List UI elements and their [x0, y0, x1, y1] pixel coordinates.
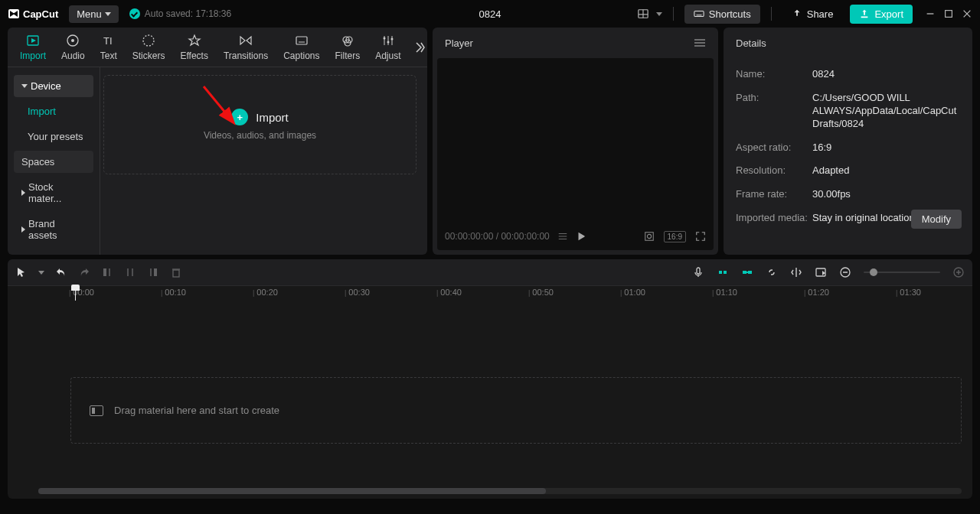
tab-adjust[interactable]: Adjust [368, 28, 408, 67]
preview-cut-icon[interactable] [790, 266, 802, 278]
detail-key-path: Path: [736, 92, 812, 131]
check-icon [129, 8, 140, 19]
timeline-ruler[interactable]: 00:0000:1000:2000:3000:4000:5001:0001:10… [8, 285, 972, 301]
details-title: Details [736, 37, 766, 49]
split-icon[interactable] [124, 266, 136, 278]
maximize-icon[interactable] [943, 8, 954, 19]
tab-audio[interactable]: Audio [54, 28, 93, 67]
export-icon [859, 8, 870, 19]
split-left-icon[interactable] [101, 266, 113, 278]
tab-filters[interactable]: Filters [328, 28, 368, 67]
player-scale-icon[interactable] [644, 231, 655, 242]
sidebar-item-stock[interactable]: Stock mater... [14, 176, 93, 210]
sidebar-item-device[interactable]: Device [14, 75, 93, 97]
redo-icon[interactable] [78, 266, 90, 278]
sidebar-item-spaces[interactable]: Spaces [14, 151, 93, 173]
svg-line-31 [204, 86, 233, 122]
svg-marker-18 [189, 35, 200, 45]
detail-val-path: C:/Users/GOOD WILL ALWAYS/AppData/Local/… [812, 92, 960, 131]
timeline-drop-hint: Drag material here and start to create [70, 377, 962, 444]
timeline-toolbar [8, 259, 972, 285]
svg-rect-9 [946, 11, 952, 18]
minimize-icon[interactable] [925, 8, 936, 19]
svg-rect-39 [645, 233, 653, 241]
tab-transitions[interactable]: Transitions [216, 28, 276, 67]
share-button[interactable]: Share [782, 5, 843, 24]
player-controls: 00:00:00:00 / 00:00:00:00 16:9 [437, 223, 714, 250]
playhead[interactable] [75, 286, 76, 301]
detail-val-fps: 30.00fps [812, 188, 960, 201]
svg-rect-47 [173, 270, 179, 277]
cursor-tool-icon[interactable] [15, 266, 28, 278]
svg-point-17 [143, 35, 154, 46]
svg-rect-54 [746, 272, 749, 273]
svg-rect-6 [694, 11, 704, 17]
zoom-in-icon[interactable] [952, 266, 965, 278]
undo-icon[interactable] [55, 266, 67, 278]
title-bar: CapCut Menu Auto saved: 17:18:36 0824 Sh… [0, 0, 980, 28]
timeline-hscrollbar[interactable] [38, 488, 962, 494]
tab-import[interactable]: Import [12, 28, 54, 67]
import-dropzone[interactable]: + Import Videos, audios, and images [103, 75, 416, 174]
ruler-tick: 00:30 [345, 288, 370, 297]
svg-point-28 [387, 41, 389, 43]
aspect-ratio-badge[interactable]: 16:9 [664, 231, 686, 242]
film-icon [90, 405, 103, 416]
tab-effects[interactable]: Effects [172, 28, 215, 67]
share-icon [792, 8, 802, 19]
ruler-tick: 00:20 [253, 288, 278, 297]
player-list-icon[interactable] [557, 231, 568, 242]
delete-icon[interactable] [170, 266, 182, 278]
tabs-scroll-right[interactable] [409, 41, 430, 54]
play-button[interactable] [576, 231, 586, 242]
ruler-tick: 01:20 [804, 288, 829, 297]
tab-stickers[interactable]: Stickers [125, 28, 173, 67]
player-timecode: 00:00:00:00 / 00:00:00:00 [445, 231, 550, 242]
autosave-status: Auto saved: 17:18:36 [129, 8, 231, 19]
cover-icon[interactable] [815, 266, 827, 278]
import-label: Import [256, 111, 289, 124]
detail-key-fps: Frame rate: [736, 188, 812, 201]
svg-point-40 [647, 234, 651, 238]
zoom-out-icon[interactable] [839, 266, 851, 278]
capcut-icon [8, 8, 20, 20]
detail-val-res: Adapted [812, 164, 960, 177]
sidebar-item-import[interactable]: Import [14, 100, 93, 122]
detail-key-imported: Imported media: [736, 212, 812, 225]
cursor-tool-chevron[interactable] [38, 271, 44, 275]
svg-rect-49 [697, 268, 700, 274]
split-right-icon[interactable] [147, 266, 159, 278]
player-viewport[interactable]: 00:00:00:00 / 00:00:00:00 16:9 [437, 58, 714, 250]
player-title: Player [445, 37, 473, 49]
export-button[interactable]: Export [850, 5, 913, 24]
modify-button[interactable]: Modify [911, 210, 962, 229]
media-tabs: Import Audio TIText Stickers Effects Tra… [8, 28, 427, 67]
player-panel: Player 00:00:00:00 / 00:00:00:00 16:9 [433, 28, 718, 255]
ruler-tick: 00:40 [436, 288, 462, 297]
close-icon[interactable] [962, 8, 972, 19]
tab-text[interactable]: TIText [93, 28, 125, 67]
ruler-tick: 00:10 [161, 288, 186, 297]
details-panel: Details Name:0824 Path:C:/Users/GOOD WIL… [724, 28, 972, 255]
tab-captions[interactable]: Captions [276, 28, 327, 67]
svg-point-29 [390, 37, 393, 40]
player-menu-icon[interactable] [694, 38, 706, 47]
fullscreen-icon[interactable] [695, 231, 706, 242]
menu-button[interactable]: Menu [69, 5, 119, 23]
chain-icon[interactable] [766, 266, 778, 278]
ruler-tick: 01:00 [620, 288, 645, 297]
svg-rect-41 [103, 268, 106, 276]
detail-val-aspect: 16:9 [812, 142, 960, 155]
layout-icon[interactable] [638, 8, 648, 19]
plus-icon: + [231, 109, 248, 125]
shortcuts-button[interactable]: Shortcuts [684, 5, 760, 24]
link-on-icon[interactable] [741, 266, 753, 278]
magnet-on-icon[interactable] [717, 266, 729, 278]
zoom-slider[interactable] [864, 272, 940, 273]
mic-icon[interactable] [692, 266, 704, 278]
detail-val-name: 0824 [812, 68, 960, 81]
sidebar-item-brand[interactable]: Brand assets [14, 213, 93, 246]
sidebar-item-presets[interactable]: Your presets [14, 125, 93, 148]
timeline[interactable]: Drag material here and start to create [8, 301, 972, 499]
layout-chevron-icon[interactable] [656, 12, 662, 16]
